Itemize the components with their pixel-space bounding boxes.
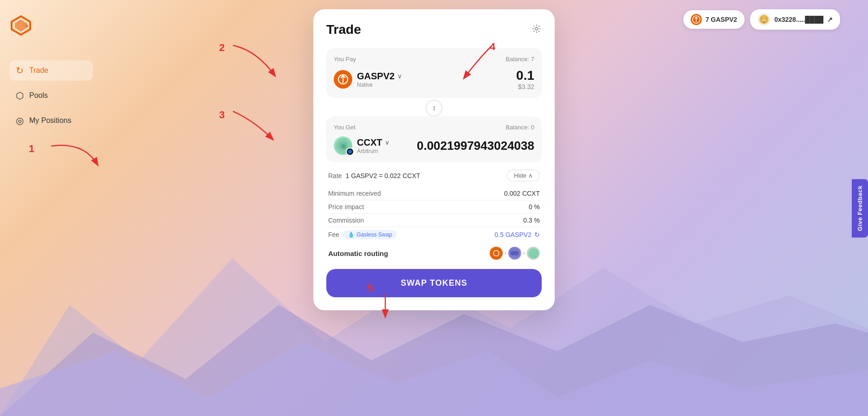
gas-label: 7 GASPV2 xyxy=(706,16,737,23)
commission-label: Commission xyxy=(328,217,364,224)
get-token-selector[interactable]: ◎ CCXT ∨ Arbitrum xyxy=(334,136,389,155)
swap-direction-button[interactable]: ↕ xyxy=(426,100,442,116)
get-token-chain: Arbitrum xyxy=(357,148,389,154)
get-token-row: ◎ CCXT ∨ Arbitrum xyxy=(334,136,534,155)
fee-value-wrap: 0.5 GASPV2 ↻ xyxy=(495,231,540,238)
ccxt-token-icon-wrap: ◎ xyxy=(334,136,352,155)
rate-value: 1 GASPV2 = 0.022 CCXT xyxy=(346,172,421,179)
get-balance: Balance: 0 xyxy=(506,124,534,131)
annotation-2: 2 xyxy=(219,42,225,54)
pools-icon: ⬡ xyxy=(16,90,24,101)
trade-card: Trade You Pay Balance: 7 xyxy=(313,9,555,310)
wallet-badge[interactable]: 0x3228.....████ ↗ xyxy=(750,9,840,30)
svg-point-27 xyxy=(529,249,538,258)
pay-token-selector[interactable]: GASPV2 ∨ Native xyxy=(334,70,402,89)
fee-refresh-icon[interactable]: ↻ xyxy=(534,231,540,238)
annotation-arrow-4 xyxy=(460,41,497,83)
svg-text:»: » xyxy=(25,22,29,29)
svg-point-15 xyxy=(535,27,538,30)
svg-point-14 xyxy=(765,19,766,20)
gasless-label: Gasless Swap xyxy=(356,231,392,238)
min-received-row: Minimum received 0.002 CCXT xyxy=(328,187,540,200)
sidebar-item-pools[interactable]: ⬡ Pools xyxy=(9,85,93,106)
pay-amount[interactable]: 0.1 xyxy=(516,68,534,83)
fee-value: 0.5 GASPV2 xyxy=(495,231,531,238)
price-impact-label: Price impact xyxy=(328,203,364,211)
svg-point-22 xyxy=(492,249,501,258)
swap-arrow-wrap: ↕ xyxy=(326,100,542,116)
sidebar-item-positions[interactable]: ◎ My Positions xyxy=(9,110,93,131)
annotation-3: 3 xyxy=(219,109,225,121)
pay-label-row: You Pay Balance: 7 xyxy=(334,56,534,63)
gas-badge: 7 GASPV2 xyxy=(683,10,745,29)
ccxt-chain-badge xyxy=(346,147,354,156)
routing-row: Automatic routing › xyxy=(328,242,540,264)
you-get-section: You Get Balance: 0 ◎ xyxy=(326,116,542,162)
fee-row: Fee 💧 Gasless Swap 0.5 GASPV2 ↻ xyxy=(328,227,540,242)
logo-icon: » xyxy=(9,14,32,37)
metamask-icon xyxy=(758,13,771,26)
routing-ccxt-icon xyxy=(527,247,540,260)
get-label: You Get xyxy=(334,124,356,131)
pay-balance: Balance: 7 xyxy=(506,56,534,63)
pay-amount-usd: $3.32 xyxy=(516,83,534,90)
sidebar-item-trade-label: Trade xyxy=(29,66,48,75)
give-feedback-button[interactable]: Give Feedback xyxy=(852,179,868,237)
routing-arrow-2: › xyxy=(523,250,525,256)
pay-token-name: GASPV2 xyxy=(357,71,395,82)
gaspv2-icon xyxy=(691,14,702,25)
settings-icon xyxy=(531,24,542,34)
sidebar-item-pools-label: Pools xyxy=(29,91,48,100)
wallet-address: 0x3228.....████ xyxy=(774,16,823,23)
price-impact-value: 0 % xyxy=(529,203,540,211)
annotation-1: 1 xyxy=(29,143,34,155)
svg-point-8 xyxy=(759,15,769,24)
min-received-label: Minimum received xyxy=(328,190,381,197)
swap-tokens-button[interactable]: SWAP TOKENS xyxy=(326,269,542,297)
logo: » xyxy=(9,14,93,37)
annotation-arrow-2 xyxy=(228,41,284,83)
fee-label: Fee xyxy=(328,231,339,238)
card-header: Trade xyxy=(326,22,542,37)
hide-label: Hide xyxy=(514,172,526,179)
pay-token-row: GASPV2 ∨ Native 0.1 $3.32 xyxy=(334,68,534,90)
card-title: Trade xyxy=(326,22,361,37)
expand-icon: ↗ xyxy=(827,16,833,23)
get-token-chevron: ∨ xyxy=(385,139,389,146)
gaspv2-token-icon-wrap xyxy=(334,70,352,89)
gasless-icon: 💧 xyxy=(348,231,355,238)
get-label-row: You Get Balance: 0 xyxy=(334,124,534,131)
svg-point-26 xyxy=(514,251,519,256)
get-amount-section: 0.0021997943024038 xyxy=(417,139,534,153)
gaspv2-token-icon xyxy=(334,70,352,89)
pay-token-chain: Native xyxy=(357,82,402,88)
min-received-value: 0.002 CCXT xyxy=(504,190,540,197)
annotation-arrow-3 xyxy=(228,107,279,144)
hide-chevron: ∧ xyxy=(528,172,533,179)
commission-row: Commission 0.3 % xyxy=(328,214,540,227)
pay-amount-section: 0.1 $3.32 xyxy=(516,68,534,90)
svg-text:◎: ◎ xyxy=(341,143,346,149)
pay-label: You Pay xyxy=(334,56,356,63)
hide-button[interactable]: Hide ∧ xyxy=(507,170,540,181)
routing-icons: › › xyxy=(490,247,540,260)
svg-point-21 xyxy=(348,150,352,154)
rate-label: Rate xyxy=(328,172,342,179)
gasless-badge: 💧 Gasless Swap xyxy=(343,230,397,239)
settings-button[interactable] xyxy=(531,24,542,36)
annotation-arrow-1 xyxy=(46,137,102,174)
feedback-wrap: Give Feedback xyxy=(852,179,868,237)
sidebar-item-trade[interactable]: ↻ Trade xyxy=(9,60,93,81)
fee-label-wrap: Fee 💧 Gasless Swap xyxy=(328,230,397,239)
sidebar-item-positions-label: My Positions xyxy=(29,116,71,125)
price-impact-row: Price impact 0 % xyxy=(328,200,540,214)
header-right: 7 GASPV2 0x3228.....████ ↗ xyxy=(683,9,840,30)
routing-label: Automatic routing xyxy=(328,250,388,257)
get-amount: 0.0021997943024038 xyxy=(417,139,534,153)
sidebar: » ↻ Trade ⬡ Pools ◎ My Positions xyxy=(0,0,102,416)
you-pay-section: You Pay Balance: 7 GASPV2 xyxy=(326,48,542,98)
gaspv2-token-info: GASPV2 ∨ Native xyxy=(357,71,402,88)
pay-token-chevron: ∨ xyxy=(397,72,402,80)
routing-arrow-1: › xyxy=(505,250,506,256)
commission-value: 0.3 % xyxy=(523,217,540,224)
